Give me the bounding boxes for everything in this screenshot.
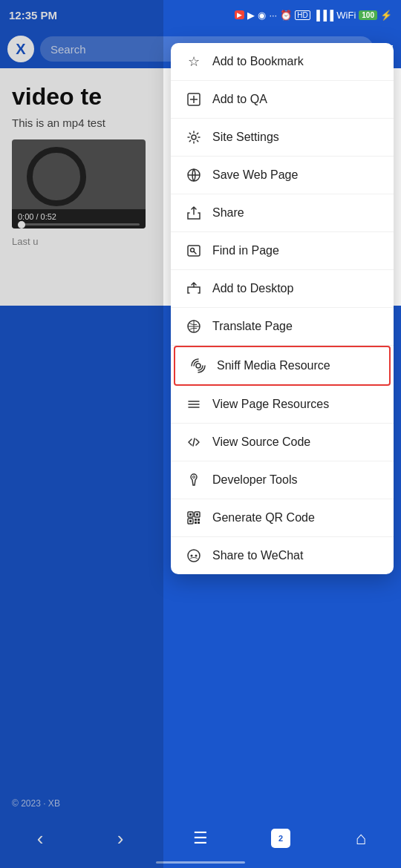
nav-divider xyxy=(156,861,245,864)
nav-home-button[interactable]: ⌂ xyxy=(345,822,377,855)
qr-code-icon xyxy=(186,510,202,526)
menu-item-save-web-page[interactable]: Save Web Page xyxy=(171,157,394,194)
wechat-icon xyxy=(186,548,202,564)
svg-rect-18 xyxy=(196,513,198,516)
share-icon xyxy=(186,205,202,221)
menu-label-find-in-page: Find in Page xyxy=(212,244,279,257)
menu-item-view-page-resources[interactable]: View Page Resources xyxy=(171,386,394,424)
menu-label-sniff-media-resource: Sniff Media Resource xyxy=(217,359,330,372)
menu-label-view-page-resources: View Page Resources xyxy=(212,398,329,411)
menu-item-add-to-bookmark[interactable]: ☆ Add to Bookmark xyxy=(171,43,394,81)
nav-tabs-button[interactable]: 2 xyxy=(264,822,297,855)
menu-item-share-to-wechat[interactable]: Share to WeChat xyxy=(171,537,394,574)
home-icon: ⌂ xyxy=(356,828,367,849)
menu-item-site-settings[interactable]: Site Settings xyxy=(171,119,394,157)
source-code-icon xyxy=(186,434,202,450)
svg-rect-20 xyxy=(195,519,197,521)
menu-item-translate-page[interactable]: Translate Page xyxy=(171,308,394,346)
sniff-media-icon xyxy=(190,358,206,374)
nav-menu-button[interactable]: ☰ xyxy=(184,822,217,855)
menu-icon: ☰ xyxy=(193,829,208,848)
menu-item-view-source-code[interactable]: View Source Code xyxy=(171,424,394,461)
add-qa-icon xyxy=(186,91,202,108)
hd-icon: HD xyxy=(295,10,310,20)
menu-label-share-to-wechat: Share to WeChat xyxy=(212,549,303,562)
svg-point-24 xyxy=(188,550,200,562)
signal-icon: ▐▐▐ xyxy=(313,10,334,21)
svg-point-13 xyxy=(193,476,195,479)
svg-line-7 xyxy=(194,251,196,254)
svg-rect-17 xyxy=(189,513,192,516)
more-icon: ··· xyxy=(269,10,277,21)
status-icons: ▶ ▶ ◉ ··· ⏰ HD ▐▐▐ WiFi 100 ⚡ xyxy=(235,10,392,21)
menu-item-add-to-qa[interactable]: Add to QA xyxy=(171,81,394,119)
translate-icon xyxy=(186,318,202,335)
bolt-icon: ⚡ xyxy=(380,10,392,21)
developer-tools-icon xyxy=(186,472,202,488)
menu-label-add-to-desktop: Add to Desktop xyxy=(212,282,293,295)
settings-icon xyxy=(186,129,202,145)
svg-rect-19 xyxy=(189,520,192,522)
page-resources-icon xyxy=(186,396,202,412)
menu-item-developer-tools[interactable]: Developer Tools xyxy=(171,461,394,499)
media-icon: ▶ xyxy=(247,10,255,21)
menu-label-view-source-code: View Source Code xyxy=(212,435,310,449)
desktop-icon xyxy=(186,280,202,297)
menu-label-translate-page: Translate Page xyxy=(212,320,293,333)
menu-item-sniff-media-resource[interactable]: Sniff Media Resource xyxy=(174,346,391,386)
menu-label-save-web-page: Save Web Page xyxy=(212,168,298,182)
svg-rect-23 xyxy=(198,522,200,524)
menu-label-share: Share xyxy=(212,206,244,220)
svg-rect-22 xyxy=(195,522,197,524)
menu-overlay[interactable] xyxy=(0,0,163,868)
menu-label-generate-qr-code: Generate QR Code xyxy=(212,511,315,525)
menu-label-developer-tools: Developer Tools xyxy=(212,473,297,487)
tabs-count-badge: 2 xyxy=(271,829,290,848)
menu-item-share[interactable]: Share xyxy=(171,194,394,232)
menu-item-find-in-page[interactable]: Find in Page xyxy=(171,232,394,270)
svg-point-26 xyxy=(195,555,198,557)
menu-label-site-settings: Site Settings xyxy=(212,131,279,144)
menu-item-generate-qr-code[interactable]: Generate QR Code xyxy=(171,499,394,537)
wifi-icon: WiFi xyxy=(336,10,356,21)
save-web-icon xyxy=(186,167,202,183)
menu-label-add-to-bookmark: Add to Bookmark xyxy=(212,55,304,68)
svg-point-9 xyxy=(196,364,200,368)
alarm-icon: ⏰ xyxy=(280,10,292,21)
svg-point-3 xyxy=(192,135,196,139)
bookmark-icon: ☆ xyxy=(186,53,202,70)
svg-rect-21 xyxy=(198,519,200,521)
notification-icon: ▶ xyxy=(235,10,244,19)
browser-icon: ◉ xyxy=(258,10,266,21)
menu-label-add-to-qa: Add to QA xyxy=(212,93,267,106)
context-menu: ☆ Add to Bookmark Add to QA Site Setting… xyxy=(171,43,394,574)
battery-icon: 100 xyxy=(359,10,377,20)
find-icon xyxy=(186,243,202,259)
svg-point-25 xyxy=(191,555,193,557)
menu-item-add-to-desktop[interactable]: Add to Desktop xyxy=(171,270,394,308)
